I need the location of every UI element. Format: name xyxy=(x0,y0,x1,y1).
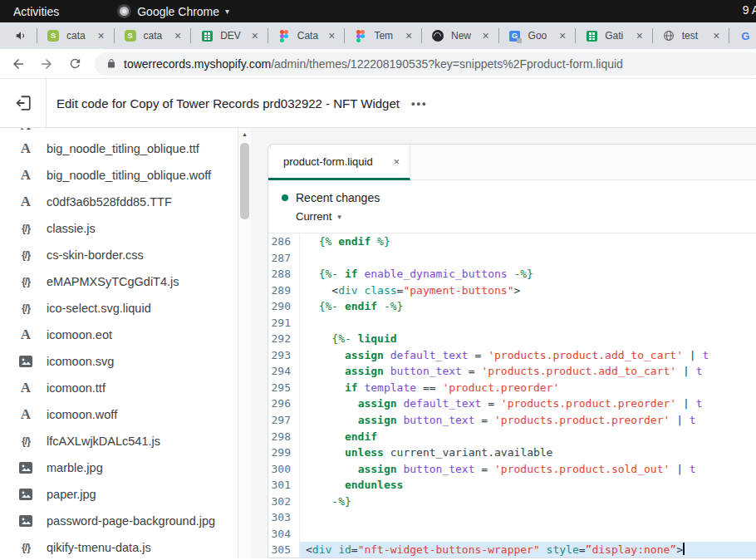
file-item[interactable]: {/}ico-select.svg.liquid xyxy=(0,295,238,322)
code-line[interactable]: 296 assign default_text = 'products.prod… xyxy=(268,395,756,412)
code-line[interactable]: 289 <div class="payment-buttons"> xyxy=(268,282,756,299)
screen: Activities Google Chrome ▾ 9 A Scata×Sca… xyxy=(0,0,756,560)
font-file-icon: A xyxy=(17,327,35,343)
line-number: 294 xyxy=(268,363,299,380)
tab-close-icon[interactable]: × xyxy=(326,30,337,42)
version-dropdown[interactable]: Current ▾ xyxy=(296,210,341,223)
code-editor-panel: product-form.liquid × Recent changes Cur… xyxy=(268,144,756,558)
code-line[interactable]: 301 endunless xyxy=(268,477,756,494)
file-item[interactable]: {/}qikify-tmenu-data.js xyxy=(0,534,238,558)
browser-tab[interactable]: G xyxy=(729,22,756,49)
browser-tab[interactable]: Gati× xyxy=(575,22,652,49)
line-number: 303 xyxy=(268,509,299,526)
file-item[interactable]: Abig_noodle_titling_oblique.ttf xyxy=(0,135,238,162)
more-options-button[interactable]: ••• xyxy=(411,97,428,110)
tab-close-icon[interactable]: × xyxy=(557,30,568,42)
line-content: unless current_variant.available xyxy=(299,445,756,461)
code-line[interactable]: 291 xyxy=(268,315,756,332)
address-bar[interactable]: towerrecords.myshopify.com/admin/themes/… xyxy=(95,52,756,76)
exit-code-editor-button[interactable] xyxy=(0,79,47,127)
line-content: if template == 'product.preorder' xyxy=(299,380,756,396)
line-number: 304 xyxy=(268,526,299,543)
sidebar-scrollbar[interactable]: ▲ xyxy=(238,128,251,558)
dropdown-caret-icon: ▾ xyxy=(337,213,341,221)
code-line[interactable]: 297 assign button_text = 'products.produ… xyxy=(268,412,756,429)
file-item[interactable]: Aicomoon.woff xyxy=(0,401,238,428)
file-item[interactable]: {/}lfcAXLwjkDALc541.js xyxy=(0,428,238,454)
scrollbar-thumb[interactable] xyxy=(240,143,249,219)
code-line[interactable]: 292 {%- liquid xyxy=(268,331,756,347)
tab-title: New xyxy=(451,30,477,42)
code-line[interactable]: 295 if template == 'product.preorder' xyxy=(268,380,756,396)
line-content: <div id="nft-widget-buttons-wrapper" sty… xyxy=(299,542,756,558)
tab-title: test xyxy=(682,30,708,42)
file-item[interactable]: {/}cs-skin-border.css xyxy=(0,242,238,268)
tab-close-icon[interactable]: × xyxy=(634,30,646,42)
file-item[interactable]: Aicomoon.ttf xyxy=(0,375,238,401)
code-line[interactable]: 286 {% endif %} xyxy=(268,233,756,250)
code-file-icon: {/} xyxy=(17,542,35,553)
code-line[interactable]: 299 unless current_variant.available xyxy=(268,445,756,461)
lock-icon[interactable] xyxy=(106,58,116,69)
url-path: /admin/themes/122208190535?key=snippets%… xyxy=(271,57,623,71)
forward-button[interactable] xyxy=(37,54,56,74)
editor-tab[interactable]: product-form.liquid × xyxy=(268,145,410,180)
file-item[interactable]: marble.jpg xyxy=(0,454,238,481)
file-item[interactable]: {/}classie.js xyxy=(0,215,238,242)
system-clock[interactable]: 9 A xyxy=(743,3,756,17)
file-item[interactable]: icomoon.svg xyxy=(0,348,238,375)
line-content: <div class="payment-buttons"> xyxy=(299,282,756,299)
code-line[interactable]: 287 xyxy=(268,250,756,267)
browser-tab[interactable]: test× xyxy=(652,22,729,49)
browser-tab[interactable]: Scata× xyxy=(114,22,191,49)
tab-close-icon[interactable]: × xyxy=(96,30,107,42)
app-menu[interactable]: Google Chrome ▾ xyxy=(117,4,229,18)
editor-tab-close-icon[interactable]: × xyxy=(393,155,400,168)
browser-tab[interactable]: New× xyxy=(421,22,498,49)
line-number: 292 xyxy=(268,331,299,347)
speaker-icon[interactable] xyxy=(15,30,27,45)
file-name: big_noodle_titling_oblique.ttf xyxy=(47,142,199,155)
file-item[interactable]: {/}eMAPMXSyTCgGdiT4.js xyxy=(0,268,238,295)
back-button[interactable] xyxy=(8,54,28,74)
browser-tab[interactable]: GGoo× xyxy=(498,22,576,49)
code-line[interactable]: 288 {%- if enable_dynamic_buttons -%} xyxy=(268,266,756,282)
file-item[interactable]: Ac0df3a6b528fdd85.TTF xyxy=(0,189,238,215)
code-file-icon: {/} xyxy=(17,249,35,261)
file-item[interactable]: password-page-background.jpg xyxy=(0,508,238,534)
line-content xyxy=(299,509,756,526)
tab-close-icon[interactable]: × xyxy=(710,30,722,42)
file-item[interactable]: paper.jpg xyxy=(0,481,238,508)
tab-close-icon[interactable]: × xyxy=(403,30,415,42)
tab-close-icon[interactable]: × xyxy=(172,30,184,42)
browser-tab[interactable]: DEV× xyxy=(190,22,268,49)
file-item[interactable]: Aicomoon.eot xyxy=(0,322,238,348)
browser-tab[interactable]: Tem× xyxy=(344,22,421,49)
code-line[interactable]: 302 -%} xyxy=(268,494,756,510)
code-line[interactable]: 303 xyxy=(268,509,756,526)
reload-button[interactable] xyxy=(65,54,85,74)
app-menu-label: Google Chrome xyxy=(137,5,219,18)
scroll-up-arrow-icon[interactable]: ▲ xyxy=(238,128,251,141)
code-line[interactable]: 305<div id="nft-widget-buttons-wrapper" … xyxy=(268,542,756,558)
line-content: assign button_text = 'products.product.s… xyxy=(299,461,756,478)
code-line[interactable]: 304 xyxy=(268,526,756,543)
line-content: assign default_text = 'products.product.… xyxy=(299,395,756,412)
code-file-icon: {/} xyxy=(17,223,35,234)
code-file-icon: {/} xyxy=(17,276,35,287)
file-item[interactable]: Abig_noodle_titling_oblique.woff xyxy=(0,162,238,189)
code-area[interactable]: 286 {% endif %}287288 {%- if enable_dyna… xyxy=(268,233,756,558)
browser-tab[interactable]: Cata× xyxy=(268,22,345,49)
code-line[interactable]: 298 endif xyxy=(268,429,756,445)
font-file-icon: A xyxy=(17,167,35,184)
code-line[interactable]: 290 {%- endif -%} xyxy=(268,298,756,315)
code-line[interactable]: 300 assign button_text = 'products.produ… xyxy=(268,461,756,478)
line-number: 299 xyxy=(268,445,299,461)
tab-close-icon[interactable]: × xyxy=(249,30,261,42)
activities-button[interactable]: Activities xyxy=(13,5,59,18)
line-number: 295 xyxy=(268,380,299,396)
browser-tab[interactable]: Scata× xyxy=(37,22,114,49)
code-line[interactable]: 293 assign default_text = 'products.prod… xyxy=(268,347,756,364)
tab-close-icon[interactable]: × xyxy=(480,30,492,42)
code-line[interactable]: 294 assign button_text = 'products.produ… xyxy=(268,363,756,380)
